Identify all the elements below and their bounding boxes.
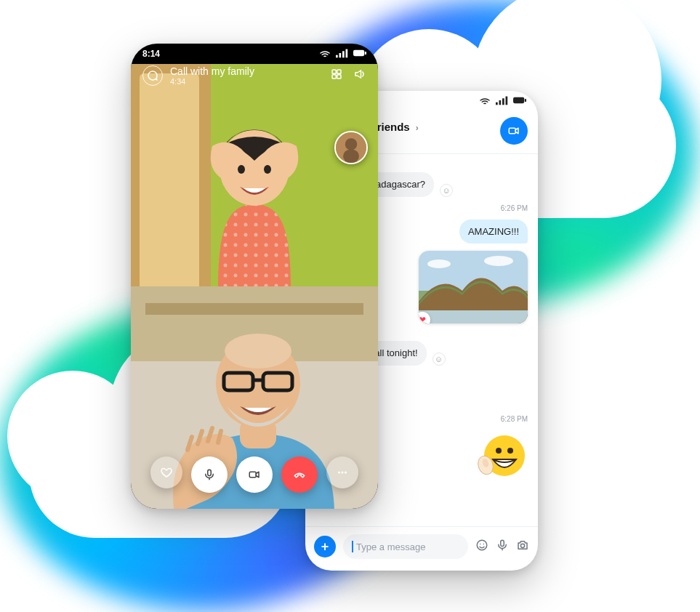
start-video-call-button[interactable]	[500, 117, 528, 145]
svg-rect-22	[336, 55, 338, 57]
message-timestamp: 6:26 PM	[501, 204, 528, 212]
svg-rect-2	[502, 98, 504, 105]
svg-rect-25	[346, 49, 348, 57]
svg-rect-30	[332, 75, 336, 78]
svg-point-18	[480, 543, 481, 544]
battery-icon	[513, 94, 526, 109]
svg-point-54	[342, 472, 344, 474]
svg-point-11	[484, 256, 513, 266]
svg-rect-6	[509, 128, 515, 134]
signal-icon	[496, 94, 509, 109]
battery-icon	[353, 47, 366, 62]
svg-rect-44	[145, 303, 363, 315]
react-button[interactable]: ☺	[440, 184, 453, 197]
svg-point-19	[483, 543, 485, 544]
call-status-bar: 8:14	[131, 44, 378, 64]
speaker-icon[interactable]	[353, 68, 366, 84]
svg-rect-4	[513, 97, 524, 102]
svg-point-10	[427, 259, 451, 268]
call-header: Call with my family 4:34	[131, 65, 378, 86]
outgoing-photo-message[interactable]: ❤	[419, 251, 528, 323]
more-options-button[interactable]	[326, 456, 358, 488]
signal-icon	[336, 47, 349, 62]
svg-rect-29	[337, 70, 341, 73]
svg-rect-9	[419, 310, 528, 323]
svg-rect-37	[140, 73, 199, 286]
svg-point-40	[264, 165, 271, 174]
camera-icon[interactable]	[516, 539, 529, 555]
video-grid	[131, 64, 378, 509]
status-time: 8:14	[142, 49, 160, 59]
call-phone: 8:14 Call with my family 4:34	[131, 44, 378, 509]
svg-point-53	[338, 472, 340, 474]
svg-point-17	[477, 540, 487, 550]
svg-rect-0	[496, 102, 498, 105]
chat-bubble-icon[interactable]	[142, 65, 163, 86]
emoji-icon[interactable]	[475, 539, 488, 555]
svg-point-55	[345, 472, 347, 474]
svg-rect-5	[525, 98, 526, 101]
wifi-icon	[318, 47, 331, 62]
microphone-icon[interactable]	[496, 539, 509, 555]
svg-point-21	[520, 544, 524, 547]
svg-rect-20	[501, 540, 504, 546]
svg-rect-24	[342, 51, 345, 57]
message-input[interactable]: Type a message	[343, 534, 468, 559]
outgoing-message[interactable]: AMAZING!!!	[459, 220, 528, 244]
react-button[interactable]: ☺	[433, 353, 446, 366]
wifi-icon	[478, 94, 491, 109]
toggle-video-button[interactable]	[236, 456, 273, 493]
svg-rect-52	[249, 472, 256, 478]
self-video-thumbnail[interactable]	[334, 131, 368, 164]
add-attachment-button[interactable]: +	[314, 536, 336, 557]
svg-rect-26	[353, 49, 364, 55]
participant-video-tile[interactable]	[131, 64, 378, 286]
reaction-button[interactable]	[150, 456, 182, 488]
call-duration: 4:34	[170, 77, 254, 86]
svg-rect-1	[499, 100, 502, 105]
svg-rect-28	[332, 70, 336, 73]
svg-rect-34	[343, 150, 359, 163]
end-call-button[interactable]	[281, 456, 318, 493]
sticker-message[interactable]	[477, 430, 528, 481]
svg-rect-27	[365, 51, 366, 54]
svg-point-39	[238, 165, 245, 174]
call-title[interactable]: Call with my family	[170, 65, 254, 77]
message-composer: + Type a message	[305, 526, 538, 571]
svg-rect-23	[339, 53, 342, 57]
svg-point-33	[345, 138, 357, 150]
svg-rect-31	[337, 75, 341, 78]
call-controls	[131, 456, 378, 493]
message-input-placeholder: Type a message	[356, 541, 425, 552]
mute-button[interactable]	[191, 456, 228, 493]
chevron-right-icon: ›	[416, 123, 419, 133]
svg-point-47	[225, 334, 291, 369]
svg-rect-3	[506, 96, 508, 105]
svg-rect-51	[208, 470, 212, 475]
svg-point-13	[496, 448, 502, 454]
svg-point-14	[507, 448, 513, 454]
text-caret	[352, 541, 353, 552]
message-timestamp: 6:28 PM	[501, 415, 528, 423]
layout-grid-icon[interactable]	[330, 68, 343, 84]
